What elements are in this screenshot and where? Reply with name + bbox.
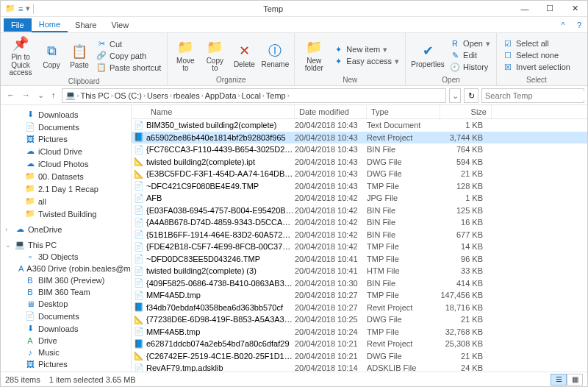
easy-access-button[interactable]: ✦Easy access ▾ <box>331 56 401 67</box>
edit-button[interactable]: ✎Edit <box>448 50 492 61</box>
tree-node[interactable]: ADrive <box>1 335 131 347</box>
col-type[interactable]: Type <box>367 105 440 118</box>
column-headers[interactable]: Name Date modified Type Size <box>132 105 587 119</box>
tree-node[interactable]: ⬇Downloads <box>1 108 131 121</box>
nav-forward-button[interactable]: → <box>22 90 30 100</box>
col-name[interactable]: Name <box>146 105 295 118</box>
search-input[interactable] <box>482 91 588 100</box>
tree-node[interactable]: 📄Documents <box>1 121 131 133</box>
col-size[interactable]: Size <box>440 105 492 118</box>
minimize-button[interactable]: — <box>512 1 537 17</box>
tree-node[interactable]: ☁iCloud Photos <box>1 157 131 170</box>
breadcrumb-segment[interactable]: OS (C:) <box>115 91 142 100</box>
file-row[interactable]: 📄~DFD0DC83EE5D043246.TMP20/04/2018 10:41… <box>132 253 587 266</box>
open-button[interactable]: ROpen ▾ <box>448 38 492 49</box>
chevron-icon[interactable]: › <box>5 226 12 233</box>
tree-node[interactable]: 📁all <box>1 195 131 207</box>
file-row[interactable]: 📘e62871ddcb074a2eb54bd7a80c6dfaf2920/04/… <box>132 338 587 350</box>
move-to-button[interactable]: 📁 Move to <box>172 35 198 76</box>
file-row[interactable]: 📐{77238D6E-6D98-419F-B853-A5A3A33470...2… <box>132 313 587 326</box>
properties-button[interactable]: ✔ Properties <box>410 35 445 76</box>
tab-file[interactable]: File <box>4 18 32 32</box>
file-row[interactable]: 📄twisted building2(complete) (3)20/04/20… <box>132 265 587 277</box>
tree-node[interactable]: ☁iCloud Drive <box>1 145 131 157</box>
qat-dropdown-icon[interactable]: ▾ <box>26 4 30 13</box>
file-row[interactable]: 📄{E03FA038-6945-4757-B004-E95420BE3C9...… <box>132 205 587 217</box>
breadcrumb-segment[interactable]: Temp <box>266 91 286 100</box>
ribbon-collapse-icon[interactable]: ^ <box>555 21 571 29</box>
view-icons-button[interactable]: ▦ <box>567 374 583 386</box>
view-details-button[interactable]: ☰ <box>551 374 567 386</box>
file-row[interactable]: 📄AFB20/04/2018 10:42JPG File1 KB <box>132 192 587 205</box>
close-button[interactable]: ✕ <box>562 1 587 17</box>
file-row[interactable]: 📄RevAF79.tmp.adsklib20/04/2018 10:14ADSK… <box>132 362 587 372</box>
tree-node[interactable]: ♪Music <box>1 347 131 358</box>
new-folder-button[interactable]: 📁 New folder <box>299 35 329 76</box>
file-row[interactable]: 📄~DFC421C9F080BE4E49.TMP20/04/2018 10:43… <box>132 180 587 193</box>
tree-node[interactable]: BBIM 360 (Preview) <box>1 274 131 286</box>
file-row[interactable]: 📐twisted building2(complete).ipt20/04/20… <box>132 156 587 168</box>
breadcrumb-segment[interactable]: rbeales <box>173 91 200 100</box>
select-all-button[interactable]: ☑Select all <box>501 38 572 49</box>
search-box[interactable]: 🔍 <box>481 88 584 103</box>
new-item-button[interactable]: ✦New item ▾ <box>331 44 401 55</box>
breadcrumb-dropdown-icon[interactable]: ⌄ <box>449 88 461 103</box>
copy-to-button[interactable]: 📁 Copy to <box>201 35 228 76</box>
col-date[interactable]: Date modified <box>295 105 367 118</box>
file-row[interactable]: 📄BIM350_twisted building2(complete)20/04… <box>132 119 587 132</box>
tree-node[interactable]: 📁2.1 Day 1 Recap <box>1 182 131 195</box>
tab-share[interactable]: Share <box>68 18 104 32</box>
tab-home[interactable]: Home <box>32 18 68 32</box>
nav-recent-button[interactable]: ⌄ <box>37 90 44 100</box>
rename-button[interactable]: Ⓘ Rename <box>260 35 290 76</box>
copy-button[interactable]: ⧉ Copy <box>39 35 64 77</box>
breadcrumb-segment[interactable]: This PC <box>81 91 110 100</box>
file-row[interactable]: 📄MMF4A5D.tmp20/04/2018 10:27TMP File147,… <box>132 289 587 302</box>
file-row[interactable]: 📄{51B1B6FF-1914-464E-83D2-60A572AC1C...2… <box>132 229 587 241</box>
nav-up-button[interactable]: ↑ <box>51 90 56 100</box>
file-row[interactable]: 📄{A4A8B678-D74D-4859-9343-D5CCA3551...20… <box>132 216 587 229</box>
tree-node[interactable]: 📁00. Datasets <box>1 170 131 182</box>
breadcrumb-segment[interactable]: Users <box>147 91 168 100</box>
file-row[interactable]: 📘f34db70ebdaf40358bea6d363bb570cf20/04/2… <box>132 302 587 314</box>
refresh-button[interactable]: ↻ <box>464 88 478 103</box>
tree-node[interactable]: ⌄💻This PC <box>1 238 131 251</box>
select-none-button[interactable]: ☐Select none <box>501 50 572 61</box>
tree-node[interactable]: 🖼Pictures <box>1 133 131 145</box>
tree-node[interactable]: ⬇Downloads <box>1 322 131 335</box>
invert-selection-button[interactable]: ☒Invert selection <box>501 62 572 73</box>
breadcrumb[interactable]: 💻 › This PC›OS (C:)›Users›rbeales›AppDat… <box>62 88 447 103</box>
tree-node[interactable]: 🖼Pictures <box>1 358 131 370</box>
copy-path-button[interactable]: 🔗Copy path <box>95 50 162 61</box>
maximize-button[interactable]: ☐ <box>537 1 562 17</box>
file-list[interactable]: 📄BIM350_twisted building2(complete)20/04… <box>132 119 587 372</box>
file-row[interactable]: 📐{C26742EF-2519-4C1E-B020-25F1D15E69E...… <box>132 350 587 363</box>
breadcrumb-segment[interactable]: Local <box>242 91 261 100</box>
tree-node[interactable]: 📁Twisted Building <box>1 207 131 220</box>
qat-folder-icon[interactable]: 📁 <box>5 4 15 13</box>
navigation-tree[interactable]: ⬇Downloads📄Documents🖼Pictures☁iCloud Dri… <box>1 105 132 372</box>
qat-props-icon[interactable]: ≡ <box>18 4 23 13</box>
history-button[interactable]: 🕘History <box>448 62 492 73</box>
tree-node[interactable]: 📄Documents <box>1 310 131 322</box>
cut-button[interactable]: ✂Cut <box>95 38 162 49</box>
tree-node[interactable]: 🖥Desktop <box>1 298 131 310</box>
file-row[interactable]: 📘a65902be86b440e1814bf2b92803f96520/04/2… <box>132 132 587 144</box>
file-row[interactable]: 📄{409F5825-0686-4738-B410-0863AB38FF4...… <box>132 277 587 290</box>
file-row[interactable]: 📄{FC76CCA3-F110-4439-B654-3025D2E82D...2… <box>132 143 587 156</box>
tab-view[interactable]: View <box>104 18 136 32</box>
tree-node[interactable]: AA360 Drive (robin.beales@manandmachine) <box>1 263 131 274</box>
file-row[interactable]: 📄MMF4A5B.tmp20/04/2018 10:24TMP File32,7… <box>132 326 587 338</box>
file-row[interactable]: 📄{FDE42B18-C5F7-4E99-8FCB-00C37AEF95...2… <box>132 241 587 253</box>
tree-node[interactable]: ›☁OneDrive <box>1 223 131 235</box>
nav-back-button[interactable]: ← <box>7 90 15 100</box>
tree-node[interactable]: ▫3D Objects <box>1 251 131 263</box>
paste-shortcut-button[interactable]: 📋Paste shortcut <box>95 62 162 73</box>
chevron-icon[interactable]: ⌄ <box>5 241 12 249</box>
paste-button[interactable]: 📋 Paste <box>67 35 92 77</box>
breadcrumb-segment[interactable]: AppData <box>205 91 237 100</box>
pin-quick-access-button[interactable]: 📌 Pin to Quick access <box>5 35 36 77</box>
tree-node[interactable]: BBIM 360 Team <box>1 286 131 298</box>
delete-button[interactable]: ✕ Delete <box>231 35 257 76</box>
ribbon-help-icon[interactable]: ? <box>571 21 587 29</box>
